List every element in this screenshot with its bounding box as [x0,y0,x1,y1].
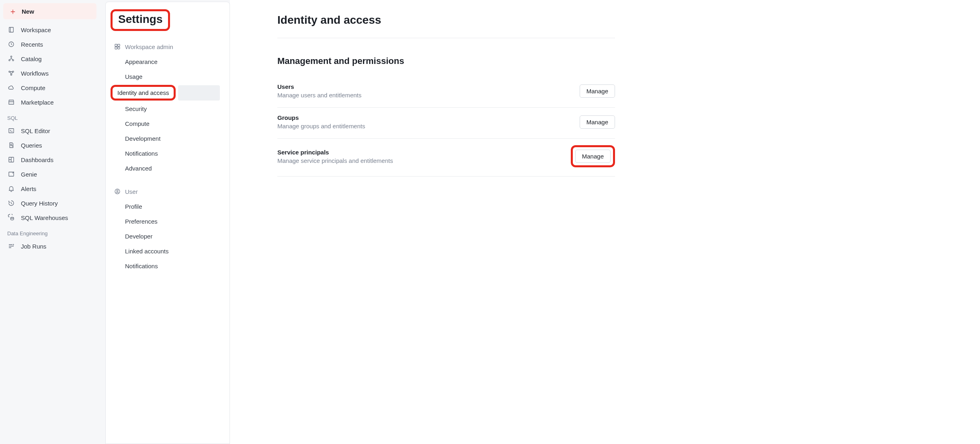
settings-item-developer[interactable]: Developer [106,229,230,244]
divider [277,38,615,38]
bell-icon [7,185,15,193]
sidebar-item-label: Marketplace [21,99,54,106]
user-icon [114,188,121,195]
mgmt-text: Service principals Manage service princi… [277,149,393,164]
mgmt-row-users: Users Manage users and entitlements Mana… [277,77,615,108]
sidebar-item-recents[interactable]: Recents [3,37,102,51]
genie-icon [7,170,15,178]
mgmt-label: Groups [277,114,365,121]
plus-icon: ＋ [9,7,17,15]
page-title: Identity and access [277,14,980,27]
sidebar-item-workflows[interactable]: Workflows [3,66,102,80]
manage-service-principals-button[interactable]: Manage [575,150,611,163]
main-content: Identity and access Management and permi… [230,0,980,444]
svg-rect-8 [9,129,14,133]
settings-section-user[interactable]: User [106,184,230,199]
settings-item-security[interactable]: Security [106,101,230,116]
settings-item-identity-access[interactable]: Identity and access [106,84,230,101]
cloud-icon [7,84,15,92]
sidebar-item-alerts[interactable]: Alerts [3,181,102,196]
section-title: Management and permissions [277,56,980,66]
manage-button-highlight: Manage [571,145,615,167]
dashboard-icon [7,156,15,164]
sidebar-item-marketplace[interactable]: Marketplace [3,95,102,109]
settings-title-highlight: Settings [111,9,170,31]
folder-icon [7,26,15,34]
settings-item-compute[interactable]: Compute [106,116,230,131]
sidebar-item-query-history[interactable]: Query History [3,196,102,210]
svg-point-7 [10,74,12,75]
sidebar-item-label: Queries [21,142,42,149]
sidebar-item-label: Catalog [21,56,42,62]
sidebar-item-catalog[interactable]: Catalog [3,51,102,66]
terminal-icon [7,127,15,135]
jobruns-icon [7,242,15,250]
mgmt-row-groups: Groups Manage groups and entitlements Ma… [277,108,615,139]
settings-item-notifications[interactable]: Notifications [106,146,230,161]
mgmt-desc: Manage service principals and entitlemen… [277,157,393,164]
mgmt-text: Users Manage users and entitlements [277,83,361,99]
admin-icon [114,43,121,50]
svg-point-18 [117,190,118,192]
sidebar-item-label: Dashboards [21,156,53,163]
settings-item-selected-bg [178,85,220,101]
workflow-icon [7,69,15,77]
mgmt-text: Groups Manage groups and entitlements [277,114,365,130]
sidebar-item-workspace[interactable]: Workspace [3,23,102,37]
query-icon [7,141,15,149]
svg-point-16 [118,47,120,49]
sidebar-item-label: Compute [21,84,45,91]
sidebar-item-queries[interactable]: Queries [3,138,102,152]
sidebar-item-genie[interactable]: Genie [3,167,102,181]
manage-groups-button[interactable]: Manage [580,115,615,129]
sidebar-item-sql-warehouses[interactable]: SQL Warehouses [3,210,102,225]
svg-rect-13 [115,44,117,46]
sidebar-item-label: Alerts [21,185,36,192]
settings-item-preferences[interactable]: Preferences [106,214,230,229]
sidebar-item-dashboards[interactable]: Dashboards [3,152,102,167]
sidebar-item-label: Genie [21,171,37,178]
settings-title: Settings [118,13,162,26]
settings-section-label: User [125,188,138,195]
main-sidebar: ＋ New Workspace Recents Catalog [0,0,105,444]
settings-item-profile[interactable]: Profile [106,199,230,214]
sidebar-item-compute[interactable]: Compute [3,80,102,95]
svg-rect-14 [118,44,120,46]
svg-point-2 [10,56,12,57]
settings-item-advanced[interactable]: Advanced [106,161,230,176]
svg-point-12 [11,217,14,218]
mgmt-desc: Manage users and entitlements [277,92,361,99]
settings-item-usage[interactable]: Usage [106,69,230,84]
settings-item-user-notifications[interactable]: Notifications [106,259,230,273]
svg-rect-0 [9,27,14,32]
sidebar-item-label: Workspace [21,27,51,33]
store-icon [7,98,15,106]
settings-item-appearance[interactable]: Appearance [106,54,230,69]
svg-point-9 [10,144,12,146]
sidebar-item-label: Query History [21,200,58,207]
sidebar-section-sql: SQL [3,109,102,123]
hierarchy-icon [7,55,15,63]
sidebar-item-job-runs[interactable]: Job Runs [3,239,102,253]
mgmt-desc: Manage groups and entitlements [277,123,365,130]
svg-rect-15 [115,47,117,49]
mgmt-label: Users [277,83,361,90]
manage-users-button[interactable]: Manage [580,84,615,98]
sidebar-item-sql-editor[interactable]: SQL Editor [3,123,102,138]
sidebar-item-label: Workflows [21,70,49,77]
mgmt-label: Service principals [277,149,393,156]
settings-section-workspace-admin[interactable]: Workspace admin [106,39,230,54]
settings-item-linked-accounts[interactable]: Linked accounts [106,244,230,259]
new-button-label: New [22,8,34,15]
sidebar-section-data-eng: Data Engineering [3,225,102,239]
mgmt-row-service-principals: Service principals Manage service princi… [277,139,615,177]
history-icon [7,199,15,207]
new-button[interactable]: ＋ New [3,3,96,19]
settings-item-development[interactable]: Development [106,131,230,146]
warehouse-icon [7,214,15,222]
sidebar-item-label: Recents [21,41,43,48]
settings-nav: Settings Workspace admin Appearance Usag… [105,2,230,444]
sidebar-item-label: Job Runs [21,243,46,250]
settings-item-label: Identity and access [117,89,169,96]
sidebar-item-label: SQL Editor [21,127,50,134]
